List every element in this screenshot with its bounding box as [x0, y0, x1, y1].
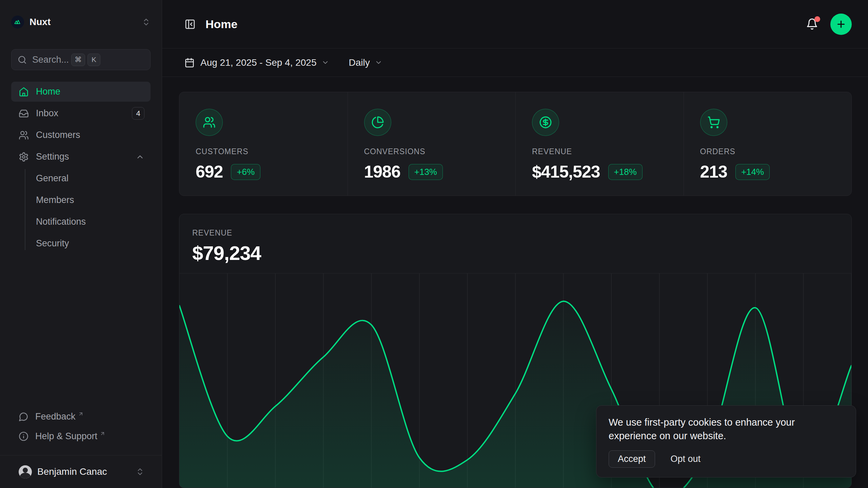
filter-bar: Aug 21, 2025 - Sep 4, 2025 Daily — [162, 48, 868, 77]
granularity-select[interactable]: Daily — [349, 57, 382, 68]
plus-icon — [836, 19, 846, 29]
chevrons-up-down-icon — [136, 467, 144, 476]
kbd-k: K — [87, 54, 100, 66]
notifications-button[interactable] — [806, 18, 818, 30]
stat-value: 1986 — [364, 162, 400, 182]
search-placeholder: Search... — [32, 55, 69, 65]
search-icon — [18, 55, 27, 64]
chevron-up-icon — [136, 152, 144, 161]
chevron-down-icon — [375, 59, 382, 66]
stat-delta-badge: +18% — [608, 164, 643, 180]
page-title: Home — [205, 18, 237, 31]
opt-out-button[interactable]: Opt out — [671, 454, 701, 464]
sub-item-label: Security — [36, 238, 69, 249]
sidebar-item-inbox[interactable]: Inbox 4 — [11, 103, 151, 123]
stat-value: 213 — [700, 162, 727, 182]
avatar — [19, 465, 32, 479]
cookie-banner: We use first-party cookies to enhance yo… — [596, 405, 856, 477]
sidebar-item-members[interactable]: Members — [36, 190, 151, 210]
chart-current-value: $79,234 — [192, 242, 851, 264]
sidebar: Nuxt Search... ⌘ K Home — [0, 0, 162, 488]
sub-item-label: General — [36, 173, 68, 184]
inbox-count-badge: 4 — [132, 107, 144, 120]
gear-icon — [19, 152, 29, 162]
sidebar-collapse-icon[interactable] — [184, 19, 196, 30]
stat-revenue: REVENUE $415,523+18% — [515, 92, 684, 196]
stat-label: ORDERS — [700, 147, 842, 156]
sub-item-label: Members — [36, 195, 74, 205]
stat-orders: ORDERS 213+14% — [684, 92, 852, 196]
sidebar-nav: Home Inbox 4 Customers Settings — [11, 82, 151, 255]
sidebar-item-label: Settings — [36, 151, 69, 162]
sidebar-footer-links: Feedback Help & Support — [11, 407, 151, 446]
chart-header: REVENUE $79,234 — [179, 214, 851, 264]
kbd-cmd: ⌘ — [71, 54, 85, 66]
sidebar-item-customers[interactable]: Customers — [11, 125, 151, 145]
brand-name: Nuxt — [29, 17, 51, 27]
dashboard-app: Nuxt Search... ⌘ K Home — [0, 0, 868, 488]
inbox-icon — [19, 108, 29, 119]
search-input[interactable]: Search... ⌘ K — [11, 49, 151, 70]
stat-conversions: CONVERSIONS 1986+13% — [348, 92, 516, 196]
date-range-value: Aug 21, 2025 - Sep 4, 2025 — [200, 57, 317, 68]
chart-title: REVENUE — [192, 228, 851, 238]
users-icon — [19, 130, 29, 140]
stat-label: REVENUE — [532, 147, 673, 156]
external-link-arrow-icon — [78, 411, 84, 417]
feedback-link[interactable]: Feedback — [11, 407, 151, 426]
user-name: Benjamin Canac — [37, 466, 107, 477]
stat-label: CUSTOMERS — [196, 147, 337, 156]
sub-item-label: Notifications — [36, 217, 86, 227]
date-range-picker[interactable]: Aug 21, 2025 - Sep 4, 2025 — [184, 57, 329, 68]
chevron-down-icon — [321, 59, 329, 66]
user-menu[interactable]: Benjamin Canac — [11, 462, 151, 482]
help-support-label: Help & Support — [35, 431, 97, 442]
stat-delta-badge: +6% — [231, 164, 260, 180]
stat-value: $415,523 — [532, 162, 600, 182]
stat-label: CONVERSIONS — [364, 147, 506, 156]
accept-button[interactable]: Accept — [609, 450, 655, 468]
sidebar-item-label: Inbox — [36, 108, 58, 119]
chevrons-up-down-icon — [142, 18, 151, 26]
external-link-arrow-icon — [100, 431, 105, 436]
pie-chart-icon — [364, 109, 391, 136]
house-icon — [19, 87, 29, 97]
stat-delta-badge: +13% — [409, 164, 443, 180]
feedback-label: Feedback — [35, 411, 76, 422]
users-icon — [196, 109, 223, 136]
team-switcher[interactable]: Nuxt — [11, 14, 151, 30]
nuxt-logo-icon — [11, 16, 24, 28]
calendar-icon — [184, 58, 195, 68]
help-support-link[interactable]: Help & Support — [11, 426, 151, 446]
granularity-value: Daily — [349, 57, 370, 68]
message-circle-icon — [19, 412, 28, 422]
stat-customers: CUSTOMERS 692+6% — [179, 92, 348, 196]
stat-value: 692 — [196, 162, 223, 182]
stats-row: CUSTOMERS 692+6% CONVERSIONS 1986+13% RE… — [179, 92, 852, 196]
settings-subnav: General Members Notifications Security — [11, 168, 151, 253]
add-button[interactable] — [830, 14, 852, 35]
shopping-cart-icon — [700, 109, 727, 136]
sidebar-item-label: Home — [36, 86, 60, 97]
cookie-message: We use first-party cookies to enhance yo… — [609, 415, 821, 443]
sidebar-item-notifications[interactable]: Notifications — [36, 212, 151, 232]
sidebar-item-settings[interactable]: Settings — [11, 147, 151, 167]
sidebar-item-general[interactable]: General — [36, 168, 151, 188]
circle-dollar-icon — [532, 109, 559, 136]
sidebar-item-label: Customers — [36, 130, 80, 140]
cookie-actions: Accept Opt out — [609, 450, 844, 468]
sidebar-divider — [0, 455, 162, 455]
sidebar-item-home[interactable]: Home — [11, 82, 151, 102]
notification-dot — [814, 16, 820, 22]
info-circle-icon — [19, 431, 28, 441]
stat-delta-badge: +14% — [735, 164, 770, 180]
sidebar-item-security[interactable]: Security — [36, 233, 151, 253]
topbar: Home — [162, 0, 868, 48]
